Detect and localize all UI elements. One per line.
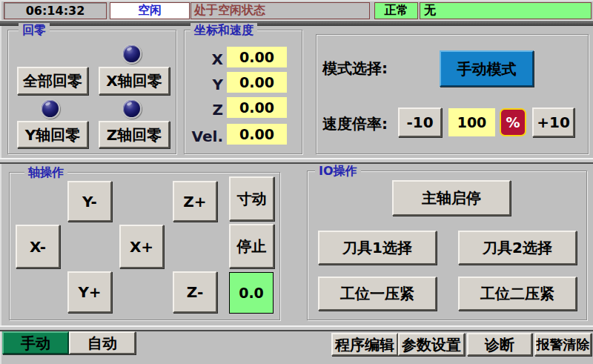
station2-clamp-button[interactable]: 工位二压紧	[458, 277, 577, 311]
tool1-select-button[interactable]: 刀具1选择	[318, 231, 437, 265]
y-home-led-indicator	[40, 99, 60, 119]
io-panel-title: IO操作	[315, 164, 361, 178]
mode-select-button[interactable]: 手动模式	[440, 50, 534, 87]
machine-mode-display: 空闲	[110, 2, 190, 19]
y-position-display: 0.00	[227, 72, 287, 93]
alarm-message-display: 无	[420, 2, 592, 19]
stop-button[interactable]: 停止	[229, 224, 274, 268]
coordinates-panel: 坐标和速度 X 0.00 Y 0.00 Z 0.00 Vel. 0.00	[184, 30, 302, 154]
percent-sign-badge: %	[500, 108, 526, 136]
io-panel: IO操作 主轴启停 刀具1选择 刀具2选择 工位一压紧 工位二压紧	[307, 171, 587, 320]
clock-display: 06:14:32	[4, 2, 107, 19]
alarm-clear-button[interactable]: 报警清除	[534, 333, 592, 356]
top-divider	[0, 20, 593, 26]
program-edit-button[interactable]: 程序编辑	[331, 333, 398, 356]
auto-mode-tab[interactable]: 自动	[69, 331, 136, 354]
x-home-led-indicator	[122, 44, 142, 64]
jog-y-minus-button[interactable]: Y-	[67, 181, 112, 222]
home-panel: 回零 全部回零 X轴回零 Y轴回零 Z轴回零	[7, 30, 176, 154]
jog-z-minus-button[interactable]: Z-	[173, 271, 217, 313]
axis-panel: 轴操作 Y- Z+ 寸动 X- X+ 停止 Y+ Z- 0.0	[9, 172, 280, 320]
override-value-field[interactable]: 100	[448, 108, 495, 136]
param-setting-button[interactable]: 参数设置	[398, 333, 465, 356]
alarm-state-display: 正常	[374, 2, 418, 19]
jog-mode-button[interactable]: 寸动	[229, 176, 274, 221]
coordinates-panel-title: 坐标和速度	[191, 23, 257, 37]
z-position-display: 0.00	[227, 97, 287, 118]
x-axis-label: X	[185, 50, 223, 68]
override-plus-button[interactable]: +10	[532, 107, 574, 137]
z-home-led-indicator	[122, 99, 142, 119]
jog-x-minus-button[interactable]: X-	[16, 225, 60, 268]
mode-select-label: 模式选择:	[322, 59, 388, 79]
home-z-button[interactable]: Z轴回零	[99, 121, 170, 148]
diagnosis-button[interactable]: 诊断	[467, 333, 532, 356]
axis-panel-title: 轴操作	[24, 165, 67, 179]
velocity-display: 0.00	[227, 124, 287, 145]
velocity-label: Vel.	[185, 128, 223, 145]
jog-z-plus-button[interactable]: Z+	[173, 181, 217, 222]
mode-panel: 模式选择: 手动模式 速度倍率: -10 100 % +10	[316, 34, 589, 154]
middle-divider	[0, 158, 593, 164]
home-x-button[interactable]: X轴回零	[99, 67, 170, 95]
home-all-button[interactable]: 全部回零	[17, 67, 88, 95]
z-axis-label: Z	[185, 101, 223, 119]
tool2-select-button[interactable]: 刀具2选择	[458, 231, 577, 265]
override-minus-button[interactable]: -10	[398, 107, 442, 137]
jog-y-plus-button[interactable]: Y+	[67, 271, 112, 313]
home-panel-title: 回零	[19, 23, 50, 37]
home-y-button[interactable]: Y轴回零	[17, 121, 88, 148]
machine-status-text: 处于空闲状态	[191, 2, 370, 19]
station1-clamp-button[interactable]: 工位一压紧	[318, 277, 437, 311]
jog-x-plus-button[interactable]: X+	[119, 225, 164, 268]
manual-mode-tab[interactable]: 手动	[2, 331, 69, 354]
jog-step-value-field[interactable]: 0.0	[229, 272, 274, 314]
x-position-display: 0.00	[227, 47, 287, 67]
bottom-divider	[0, 325, 593, 331]
spindle-start-stop-button[interactable]: 主轴启停	[392, 180, 511, 216]
y-axis-label: Y	[185, 76, 223, 93]
hmi-screen: 06:14:32 空闲 处于空闲状态 正常 无 回零 全部回零 X轴回零 Y轴回…	[0, 0, 593, 364]
speed-override-label: 速度倍率:	[322, 114, 388, 134]
